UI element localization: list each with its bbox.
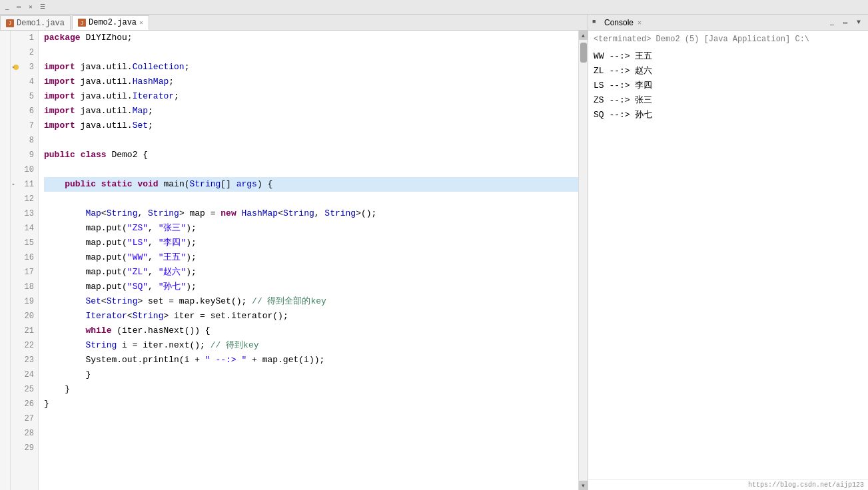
code-line-7[interactable]: import java.util.Set;: [44, 119, 578, 133]
code-line-3[interactable]: import java.util.Collection;: [44, 60, 578, 75]
tab-demo1-label: Demo1.java: [17, 19, 65, 28]
code-line-19[interactable]: Set<String> set = map.keySet(); // 得到全部的…: [44, 294, 578, 309]
token-6: java.util.: [75, 104, 133, 119]
token-7: Set: [133, 119, 148, 133]
scroll-thumb[interactable]: [580, 43, 587, 63]
scroll-up[interactable]: ▲: [579, 31, 588, 40]
tab-demo2[interactable]: J Demo2.java ✕: [72, 15, 149, 30]
token-13: String: [107, 206, 138, 221]
token-1: DiYIZhou;: [81, 31, 133, 45]
menu-icon[interactable]: ☰: [39, 3, 47, 11]
code-line-12[interactable]: [44, 192, 578, 206]
token-15: );: [186, 236, 197, 250]
code-line-5[interactable]: import java.util.Iterator;: [44, 89, 578, 104]
gutter-cell-6: [0, 104, 10, 119]
token-13: > map =: [179, 206, 220, 221]
console-output: WW --:> 王五ZL --:> 赵六LS --:> 李四ZS --:> 张三…: [594, 49, 863, 122]
token-20: > iter = set.iterator();: [163, 309, 288, 324]
scroll-bar[interactable]: ▲ ▼: [578, 31, 588, 490]
tab-bar: J Demo1.java J Demo2.java ✕: [0, 15, 588, 31]
code-line-26[interactable]: }: [44, 397, 578, 411]
token-13: <: [101, 206, 107, 221]
code-line-29[interactable]: [44, 441, 578, 455]
token-15: ,: [148, 236, 159, 250]
code-line-11[interactable]: public static void main(String[] args) {: [44, 177, 578, 192]
code-line-17[interactable]: map.put("ZL", "赵六");: [44, 265, 578, 280]
code-area[interactable]: package DiYIZhou;import java.util.Collec…: [39, 31, 578, 490]
token-14: );: [186, 221, 197, 236]
code-line-22[interactable]: String i = iter.next(); // 得到key: [44, 338, 578, 353]
demo1-file-icon: J: [6, 19, 14, 27]
console-terminated-line: <terminated> Demo2 (5) [Java Application…: [594, 35, 863, 44]
left-gutter: [0, 31, 11, 490]
line-num-text-8: 8: [29, 133, 34, 148]
token-18: "孙七": [159, 280, 187, 294]
gutter-cell-14: [0, 221, 10, 236]
close-icon[interactable]: ✕: [27, 3, 35, 11]
code-line-16[interactable]: map.put("WW", "王五");: [44, 250, 578, 265]
scroll-down[interactable]: ▼: [579, 481, 588, 490]
line-number-19: 19: [11, 294, 38, 309]
token-13: new: [220, 206, 236, 221]
code-line-20[interactable]: Iterator<String> iter = set.iterator();: [44, 309, 578, 324]
code-line-18[interactable]: map.put("SQ", "孙七");: [44, 280, 578, 294]
console-output-line: WW --:> 王五: [594, 49, 863, 64]
console-maximize-icon[interactable]: ▭: [840, 17, 851, 28]
code-line-23[interactable]: System.out.println(i + " --:> " + map.ge…: [44, 353, 578, 368]
token-13: String: [283, 206, 314, 221]
gutter-cell-22: [0, 338, 10, 353]
restore-icon[interactable]: ▭: [15, 3, 23, 11]
line-num-text-19: 19: [25, 294, 34, 309]
code-line-8[interactable]: [44, 133, 578, 148]
token-4: java.util.: [75, 75, 133, 89]
code-line-25[interactable]: }: [44, 382, 578, 397]
console-close-tab[interactable]: ✕: [638, 19, 642, 27]
line-num-text-4: 4: [29, 75, 34, 89]
console-view-menu-icon[interactable]: ▼: [853, 17, 864, 28]
code-line-13[interactable]: Map<String, String> map = new HashMap<St…: [44, 206, 578, 221]
token-5: java.util.: [75, 89, 133, 104]
token-19: String: [107, 294, 138, 309]
code-line-2[interactable]: [44, 45, 578, 60]
tab-demo2-label: Demo2.java: [89, 18, 137, 27]
token-4: HashMap: [133, 75, 169, 89]
line-number-27: 27: [11, 411, 38, 426]
console-footer: https://blog.csdn.net/aijp123: [588, 479, 868, 490]
line-num-text-14: 14: [25, 221, 34, 236]
console-minimize-icon[interactable]: ⎯: [827, 17, 837, 28]
tab-demo1[interactable]: J Demo1.java: [0, 15, 71, 30]
minimize-icon[interactable]: ⎯: [3, 3, 11, 11]
token-3: Collection: [133, 60, 185, 75]
gutter-cell-21: [0, 324, 10, 338]
token-17: map.put(: [44, 265, 127, 280]
fold-icon-11[interactable]: ▸: [12, 177, 15, 192]
code-line-9[interactable]: public class Demo2 {: [44, 148, 578, 162]
gutter-cell-13: [0, 206, 10, 221]
tab-demo2-close[interactable]: ✕: [139, 19, 143, 27]
code-line-10[interactable]: [44, 162, 578, 177]
gutter-cell-28: [0, 426, 10, 441]
line-num-text-13: 13: [25, 206, 34, 221]
fold-icon-3[interactable]: ▸: [12, 60, 15, 75]
code-line-24[interactable]: }: [44, 368, 578, 382]
code-line-4[interactable]: import java.util.HashMap;: [44, 75, 578, 89]
code-line-21[interactable]: while (iter.hasNext()) {: [44, 324, 578, 338]
token-21: while: [85, 324, 111, 338]
editor-panel: J Demo1.java J Demo2.java ✕ 12▸345678910…: [0, 15, 588, 490]
code-line-27[interactable]: [44, 411, 578, 426]
token-20: Iterator: [85, 309, 127, 324]
line-num-text-2: 2: [29, 45, 34, 60]
token-11: static: [101, 177, 133, 192]
token-11: String: [190, 177, 221, 192]
token-16: ,: [148, 250, 159, 265]
code-line-6[interactable]: import java.util.Map;: [44, 104, 578, 119]
line-num-text-3: 3: [29, 60, 34, 75]
code-line-1[interactable]: package DiYIZhou;: [44, 31, 578, 45]
token-15: "李四": [159, 236, 187, 250]
token-16: "王五": [159, 250, 187, 265]
code-line-28[interactable]: [44, 426, 578, 441]
gutter-cell-26: [0, 397, 10, 411]
code-line-15[interactable]: map.put("LS", "李四");: [44, 236, 578, 250]
code-line-14[interactable]: map.put("ZS", "张三");: [44, 221, 578, 236]
gutter-cell-10: [0, 162, 10, 177]
